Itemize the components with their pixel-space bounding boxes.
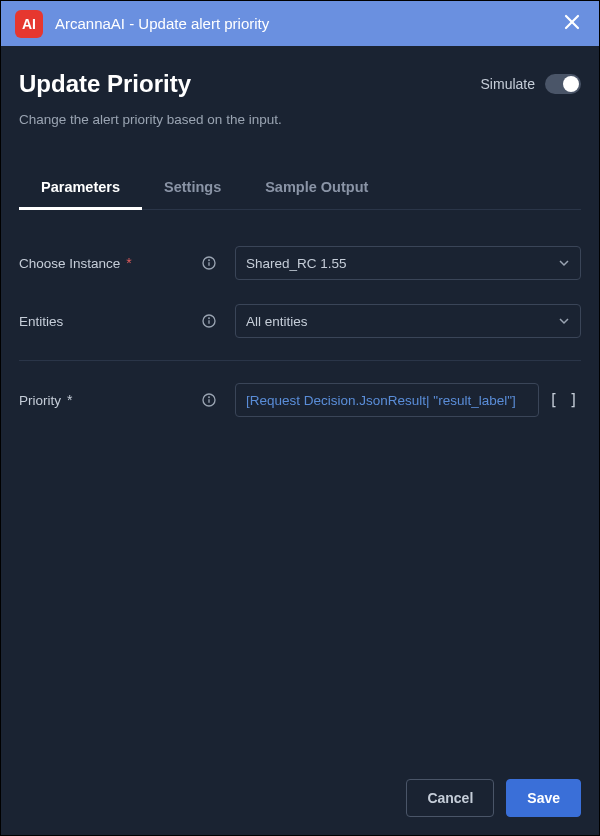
simulate-toggle[interactable] [545, 74, 581, 94]
header-row: Update Priority Simulate [19, 70, 581, 98]
footer: Cancel Save [1, 765, 599, 835]
close-button[interactable] [559, 9, 585, 39]
chevron-down-icon [558, 315, 570, 327]
svg-point-10 [209, 397, 210, 398]
modal-container: AI ArcannaAI - Update alert priority Upd… [1, 1, 599, 835]
app-icon-text: AI [22, 16, 36, 32]
titlebar-title: ArcannaAI - Update alert priority [55, 15, 547, 32]
field-label-wrap: Entities [19, 314, 201, 329]
required-indicator: * [126, 255, 131, 271]
tab-sample-output[interactable]: Sample Output [243, 167, 390, 210]
page-title: Update Priority [19, 70, 191, 98]
required-indicator: * [67, 392, 72, 408]
close-icon [563, 13, 581, 31]
tab-parameters[interactable]: Parameters [19, 167, 142, 210]
instance-label: Choose Instance [19, 256, 120, 271]
instance-value: Shared_RC 1.55 [246, 256, 347, 271]
field-control: Shared_RC 1.55 [235, 246, 581, 280]
field-label-wrap: Choose Instance * [19, 255, 201, 271]
entities-value: All entities [246, 314, 308, 329]
page-subtitle: Change the alert priority based on the i… [19, 112, 581, 127]
info-icon[interactable] [201, 255, 235, 271]
priority-input[interactable]: [Request Decision.JsonResult| "result_la… [235, 383, 539, 417]
svg-point-7 [209, 318, 210, 319]
content-area: Update Priority Simulate Change the aler… [1, 46, 599, 765]
field-label-wrap: Priority * [19, 392, 201, 408]
simulate-control: Simulate [481, 74, 581, 94]
simulate-label: Simulate [481, 76, 535, 92]
priority-label: Priority [19, 393, 61, 408]
placeholder-insert-button[interactable]: [ ] [547, 391, 581, 409]
tabs: Parameters Settings Sample Output [19, 167, 581, 210]
chevron-down-icon [558, 257, 570, 269]
instance-select[interactable]: Shared_RC 1.55 [235, 246, 581, 280]
form: Choose Instance * Shared_RC 1.55 Entitie… [19, 210, 581, 765]
field-control: [Request Decision.JsonResult| "result_la… [235, 383, 581, 417]
row-entities: Entities All entities [19, 292, 581, 361]
save-button[interactable]: Save [506, 779, 581, 817]
row-choose-instance: Choose Instance * Shared_RC 1.55 [19, 234, 581, 292]
info-icon[interactable] [201, 313, 235, 329]
info-icon[interactable] [201, 392, 235, 408]
priority-value: [Request Decision.JsonResult| "result_la… [246, 393, 516, 408]
cancel-button[interactable]: Cancel [406, 779, 494, 817]
svg-point-4 [209, 260, 210, 261]
row-priority: Priority * [Request Decision.JsonResult|… [19, 371, 581, 429]
entities-select[interactable]: All entities [235, 304, 581, 338]
app-icon: AI [15, 10, 43, 38]
titlebar: AI ArcannaAI - Update alert priority [1, 1, 599, 46]
field-control: All entities [235, 304, 581, 338]
entities-label: Entities [19, 314, 63, 329]
tab-settings[interactable]: Settings [142, 167, 243, 210]
